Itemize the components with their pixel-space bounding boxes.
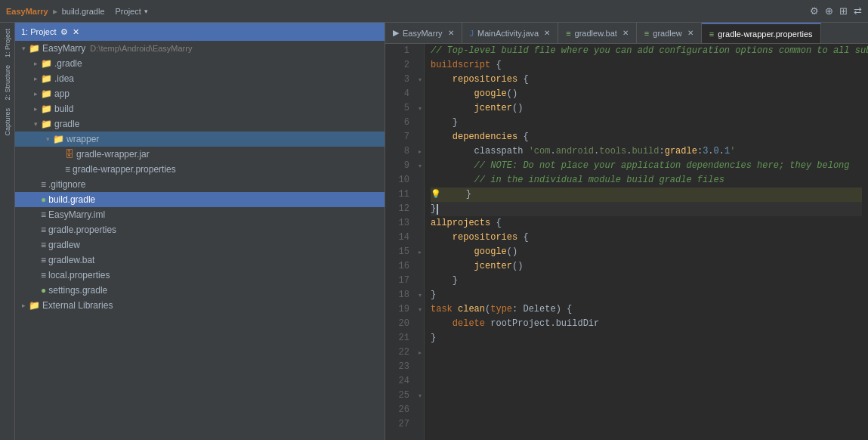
tree-item-gitignore[interactable]: ≡ .gitignore xyxy=(15,177,385,192)
top-bar: EasyMarry ▸ build.gradle Project ▾ ⚙ ⊕ ⊞… xyxy=(0,0,868,23)
fold-gutter-16 xyxy=(415,259,425,274)
tree-arrow-wrapper-folder[interactable]: ▾ xyxy=(42,135,53,143)
tree-item-build-gradle[interactable]: ● build.gradle xyxy=(15,192,385,207)
tree-item-wrapper-folder[interactable]: ▾ 📁 wrapper xyxy=(15,132,385,147)
build-icon[interactable]: ⊞ xyxy=(839,5,848,17)
tab-gradle-wrapper[interactable]: ≡ gradle-wrapper.properties xyxy=(702,23,821,43)
code-line-3: buildscript { xyxy=(431,58,862,73)
line-number-14: 14 xyxy=(391,231,409,245)
file-icon-gradlew-file: ≡ xyxy=(41,240,46,250)
fold-gutter-26 xyxy=(415,403,425,417)
tree-item-local-props[interactable]: ≡ local.properties xyxy=(15,268,385,283)
fold-gutter-25[interactable]: ▾ xyxy=(415,389,425,403)
tab-close-easymarry[interactable]: ✕ xyxy=(448,29,454,37)
tab-label-mainactivity: MainActivity.java xyxy=(477,29,539,38)
fold-icon-22[interactable]: ▸ xyxy=(419,349,422,356)
fold-gutter-3[interactable]: ▾ xyxy=(415,73,425,87)
add-icon[interactable]: ⊕ xyxy=(825,5,833,17)
tree-item-idea-folder[interactable]: ▸ 📁 .idea xyxy=(15,71,385,86)
folder-icon-external-libs: 📁 xyxy=(29,300,40,311)
fold-icon-19[interactable]: ▾ xyxy=(419,306,422,313)
sidebar-item-captures[interactable]: Captures xyxy=(2,105,13,139)
left-sidebar: 1: Project 2: Structure Captures xyxy=(0,23,15,440)
fold-icon-5[interactable]: ▾ xyxy=(419,105,422,112)
fold-gutter-5[interactable]: ▾ xyxy=(415,101,425,116)
line-number-21: 21 xyxy=(391,331,409,345)
fold-icon-18[interactable]: ▾ xyxy=(419,292,422,299)
tree-item-gradle-folder[interactable]: ▸ 📁 .gradle xyxy=(15,56,385,71)
tree-item-easymarry-iml[interactable]: ≡ EasyMarry.iml xyxy=(15,207,385,222)
code-content[interactable]: // Top-level build file where you can ad… xyxy=(425,44,868,440)
fold-icon-15[interactable]: ▸ xyxy=(419,249,422,256)
fold-icon-25[interactable]: ▾ xyxy=(419,392,422,399)
fold-gutter-22[interactable]: ▸ xyxy=(415,345,425,360)
sidebar-item-structure[interactable]: 2: Structure xyxy=(2,62,13,104)
tree-item-external-libs[interactable]: ▸ 📁 External Libraries xyxy=(15,298,385,313)
line-number-22: 22 xyxy=(391,345,409,360)
fold-gutter-8[interactable]: ▸ xyxy=(415,144,425,159)
project-dropdown-icon[interactable]: ▾ xyxy=(144,8,148,15)
tree-item-app-folder[interactable]: ▸ 📁 app xyxy=(15,86,385,101)
tree-item-build-folder[interactable]: ▸ 📁 build xyxy=(15,101,385,116)
tree-arrow-idea-folder[interactable]: ▸ xyxy=(30,75,41,82)
lightbulb-icon[interactable]: 💡 xyxy=(431,187,441,202)
tab-easymarry[interactable]: ▶ EasyMarry ✕ xyxy=(385,23,462,43)
tree-item-gradle-wrapper-jar[interactable]: 🗄 gradle-wrapper.jar xyxy=(15,147,385,162)
code-line-25: task clean(type: Delete) { xyxy=(431,302,862,317)
tree-item-gradlew-file[interactable]: ≡ gradlew xyxy=(15,237,385,253)
code-line-27: } xyxy=(431,331,862,345)
fold-icon-8[interactable]: ▸ xyxy=(419,148,422,155)
file-tree: ▾ 📁 EasyMarry D:\temp\Android\EasyMarry … xyxy=(15,41,385,440)
line-number-24: 24 xyxy=(391,374,409,389)
gradle-icon-build-gradle: ● xyxy=(41,194,46,205)
tree-label-easymarry-root: EasyMarry xyxy=(42,43,85,54)
folder-icon-app: 📁 xyxy=(41,88,52,99)
tree-item-gradle-main[interactable]: ▾ 📁 gradle xyxy=(15,116,385,132)
fold-icon-9[interactable]: ▾ xyxy=(419,163,422,169)
tab-mainactivity[interactable]: J MainActivity.java ✕ xyxy=(462,23,559,43)
panel-title: 1: Project xyxy=(21,27,56,36)
fold-gutter-19[interactable]: ▾ xyxy=(415,302,425,317)
tree-item-easymarry-root[interactable]: ▾ 📁 EasyMarry D:\temp\Android\EasyMarry xyxy=(15,41,385,56)
sidebar-item-project[interactable]: 1: Project xyxy=(2,26,13,60)
fold-gutter-7 xyxy=(415,130,425,144)
tab-close-gradlew[interactable]: ✕ xyxy=(687,29,693,37)
code-line-13: // NOTE: Do not place your application d… xyxy=(431,159,862,173)
tree-arrow-app-folder[interactable]: ▸ xyxy=(30,90,41,98)
tab-icon-gradle-wrapper: ≡ xyxy=(709,29,714,39)
tree-item-gradle-wrapper-props[interactable]: ≡ gradle-wrapper.properties xyxy=(15,162,385,177)
tree-item-gradle-props[interactable]: ≡ gradle.properties xyxy=(15,222,385,237)
run-icon[interactable]: ⇄ xyxy=(854,5,862,17)
settings-icon[interactable]: ⚙ xyxy=(60,27,68,37)
fold-gutter-9[interactable]: ▾ xyxy=(415,159,425,173)
code-line-18: allprojects { xyxy=(431,216,862,231)
line-number-27: 27 xyxy=(391,417,409,432)
tab-gradlewbat[interactable]: ≡ gradlew.bat ✕ xyxy=(558,23,637,43)
fold-gutter-15[interactable]: ▸ xyxy=(415,245,425,259)
tree-arrow-external-libs[interactable]: ▸ xyxy=(18,302,29,309)
code-line-19: repositories { xyxy=(431,231,862,245)
tree-label-gradlew-bat: gradlew.bat xyxy=(48,255,94,265)
tab-gradlew[interactable]: ≡ gradlew ✕ xyxy=(637,23,702,43)
breadcrumb-separator: ▸ xyxy=(53,6,57,17)
tree-item-gradlew-bat[interactable]: ≡ gradlew.bat xyxy=(15,253,385,268)
tree-item-settings-gradle[interactable]: ● settings.gradle xyxy=(15,283,385,298)
fold-gutter: ▾▾▸▾▸▾▾▸▾ xyxy=(415,44,425,440)
tree-arrow-easymarry-root[interactable]: ▾ xyxy=(18,45,29,52)
tab-close-gradlewbat[interactable]: ✕ xyxy=(622,29,629,37)
fold-icon-3[interactable]: ▾ xyxy=(419,76,422,83)
project-selector[interactable]: Project ▾ xyxy=(116,7,148,16)
sync-icon[interactable]: ⚙ xyxy=(810,5,819,17)
code-line-21: jcenter() xyxy=(431,259,862,274)
tree-arrow-gradle-folder[interactable]: ▸ xyxy=(30,60,41,67)
tree-arrow-gradle-main[interactable]: ▾ xyxy=(30,120,41,128)
tree-label-gradle-props: gradle.properties xyxy=(48,225,116,235)
cursor xyxy=(437,204,438,215)
tree-label-gradle-folder: .gradle xyxy=(54,58,82,69)
close-panel-icon[interactable]: ✕ xyxy=(73,27,79,37)
line-number-26: 26 xyxy=(391,403,409,417)
fold-gutter-18[interactable]: ▾ xyxy=(415,288,425,302)
tab-close-mainactivity[interactable]: ✕ xyxy=(544,29,550,37)
tree-arrow-build-folder[interactable]: ▸ xyxy=(30,105,41,113)
tree-label-settings-gradle: settings.gradle xyxy=(48,285,107,296)
